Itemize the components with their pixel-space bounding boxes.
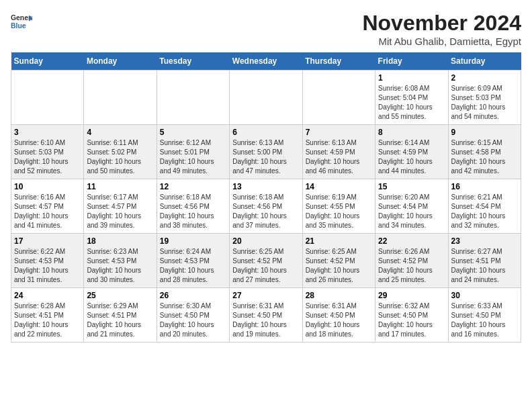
day-number: 7 [306, 128, 372, 137]
day-info: Sunrise: 6:21 AM Sunset: 4:54 PM Dayligh… [451, 193, 518, 230]
day-number: 9 [451, 128, 518, 137]
calendar-week-2: 3Sunrise: 6:10 AM Sunset: 5:03 PM Daylig… [11, 125, 521, 179]
calendar-cell: 19Sunrise: 6:24 AM Sunset: 4:53 PM Dayli… [157, 234, 229, 288]
day-number: 27 [232, 291, 299, 300]
day-number: 11 [87, 182, 153, 191]
calendar-cell [84, 71, 157, 125]
day-number: 25 [87, 291, 153, 300]
day-number: 14 [306, 182, 372, 191]
calendar-cell: 30Sunrise: 6:33 AM Sunset: 4:50 PM Dayli… [448, 288, 521, 342]
day-info: Sunrise: 6:19 AM Sunset: 4:55 PM Dayligh… [306, 193, 372, 230]
day-info: Sunrise: 6:13 AM Sunset: 4:59 PM Dayligh… [306, 138, 372, 176]
day-number: 16 [451, 182, 518, 191]
calendar-cell: 25Sunrise: 6:29 AM Sunset: 4:51 PM Dayli… [84, 288, 157, 342]
day-info: Sunrise: 6:23 AM Sunset: 4:53 PM Dayligh… [87, 247, 153, 285]
day-info: Sunrise: 6:31 AM Sunset: 4:50 PM Dayligh… [306, 302, 372, 339]
calendar-week-3: 10Sunrise: 6:16 AM Sunset: 4:57 PM Dayli… [11, 179, 521, 234]
calendar-cell: 28Sunrise: 6:31 AM Sunset: 4:50 PM Dayli… [302, 288, 375, 342]
day-number: 26 [160, 291, 226, 300]
weekday-header-row: SundayMondayTuesdayWednesdayThursdayFrid… [11, 52, 521, 71]
day-number: 15 [378, 182, 445, 191]
weekday-tuesday: Tuesday [157, 52, 229, 71]
weekday-sunday: Sunday [11, 52, 84, 71]
calendar-body: 1Sunrise: 6:08 AM Sunset: 5:04 PM Daylig… [11, 71, 521, 342]
day-number: 12 [160, 182, 226, 191]
day-info: Sunrise: 6:18 AM Sunset: 4:56 PM Dayligh… [160, 193, 226, 230]
calendar-cell: 5Sunrise: 6:12 AM Sunset: 5:01 PM Daylig… [157, 125, 229, 179]
day-info: Sunrise: 6:10 AM Sunset: 5:03 PM Dayligh… [14, 138, 81, 176]
location-subtitle: Mit Abu Ghalib, Damietta, Egypt [362, 36, 521, 47]
day-number: 29 [378, 291, 445, 300]
calendar-cell: 9Sunrise: 6:15 AM Sunset: 4:58 PM Daylig… [448, 125, 521, 179]
calendar-cell: 8Sunrise: 6:14 AM Sunset: 4:59 PM Daylig… [375, 125, 448, 179]
calendar-cell: 24Sunrise: 6:28 AM Sunset: 4:51 PM Dayli… [11, 288, 84, 342]
day-number: 22 [378, 236, 445, 246]
day-number: 19 [160, 236, 226, 246]
calendar-cell: 27Sunrise: 6:31 AM Sunset: 4:50 PM Dayli… [230, 288, 302, 342]
logo-icon: General Blue [11, 11, 32, 32]
month-year-title: November 2024 [362, 11, 521, 36]
day-info: Sunrise: 6:29 AM Sunset: 4:51 PM Dayligh… [87, 302, 153, 339]
calendar-cell: 2Sunrise: 6:09 AM Sunset: 5:03 PM Daylig… [448, 71, 521, 125]
calendar-cell [302, 71, 375, 125]
calendar-week-5: 24Sunrise: 6:28 AM Sunset: 4:51 PM Dayli… [11, 288, 521, 342]
day-info: Sunrise: 6:27 AM Sunset: 4:51 PM Dayligh… [451, 247, 518, 285]
calendar-cell: 11Sunrise: 6:17 AM Sunset: 4:57 PM Dayli… [84, 179, 157, 234]
day-number: 23 [451, 236, 518, 246]
calendar-cell: 7Sunrise: 6:13 AM Sunset: 4:59 PM Daylig… [302, 125, 375, 179]
day-number: 30 [451, 291, 518, 300]
weekday-friday: Friday [375, 52, 448, 71]
weekday-monday: Monday [84, 52, 157, 71]
day-number: 5 [160, 128, 226, 137]
calendar-cell: 6Sunrise: 6:13 AM Sunset: 5:00 PM Daylig… [230, 125, 302, 179]
calendar-cell: 1Sunrise: 6:08 AM Sunset: 5:04 PM Daylig… [375, 71, 448, 125]
day-info: Sunrise: 6:26 AM Sunset: 4:52 PM Dayligh… [378, 247, 445, 285]
title-block: November 2024 Mit Abu Ghalib, Damietta, … [362, 11, 521, 47]
calendar-cell: 22Sunrise: 6:26 AM Sunset: 4:52 PM Dayli… [375, 234, 448, 288]
day-info: Sunrise: 6:33 AM Sunset: 4:50 PM Dayligh… [451, 302, 518, 339]
day-number: 20 [232, 236, 299, 246]
calendar-cell: 26Sunrise: 6:30 AM Sunset: 4:50 PM Dayli… [157, 288, 229, 342]
calendar-table: SundayMondayTuesdayWednesdayThursdayFrid… [11, 52, 521, 342]
calendar-cell [157, 71, 229, 125]
day-info: Sunrise: 6:09 AM Sunset: 5:03 PM Dayligh… [451, 84, 518, 122]
day-number: 3 [14, 128, 81, 137]
day-info: Sunrise: 6:24 AM Sunset: 4:53 PM Dayligh… [160, 247, 226, 285]
svg-text:Blue: Blue [11, 22, 26, 30]
logo: General Blue [11, 11, 32, 32]
calendar-cell [230, 71, 302, 125]
calendar-cell: 29Sunrise: 6:32 AM Sunset: 4:50 PM Dayli… [375, 288, 448, 342]
calendar-cell: 10Sunrise: 6:16 AM Sunset: 4:57 PM Dayli… [11, 179, 84, 234]
day-info: Sunrise: 6:17 AM Sunset: 4:57 PM Dayligh… [87, 193, 153, 230]
calendar-cell: 20Sunrise: 6:25 AM Sunset: 4:52 PM Dayli… [230, 234, 302, 288]
calendar-cell: 16Sunrise: 6:21 AM Sunset: 4:54 PM Dayli… [448, 179, 521, 234]
day-info: Sunrise: 6:30 AM Sunset: 4:50 PM Dayligh… [160, 302, 226, 339]
day-number: 13 [232, 182, 299, 191]
day-info: Sunrise: 6:22 AM Sunset: 4:53 PM Dayligh… [14, 247, 81, 285]
calendar-cell: 4Sunrise: 6:11 AM Sunset: 5:02 PM Daylig… [84, 125, 157, 179]
weekday-saturday: Saturday [448, 52, 521, 71]
day-number: 8 [378, 128, 445, 137]
calendar-cell: 23Sunrise: 6:27 AM Sunset: 4:51 PM Dayli… [448, 234, 521, 288]
day-number: 1 [378, 73, 445, 83]
calendar-cell: 15Sunrise: 6:20 AM Sunset: 4:54 PM Dayli… [375, 179, 448, 234]
day-number: 4 [87, 128, 153, 137]
calendar-cell: 13Sunrise: 6:18 AM Sunset: 4:56 PM Dayli… [230, 179, 302, 234]
page-header: General Blue November 2024 Mit Abu Ghali… [11, 11, 521, 47]
day-info: Sunrise: 6:14 AM Sunset: 4:59 PM Dayligh… [378, 138, 445, 176]
day-number: 6 [232, 128, 299, 137]
day-info: Sunrise: 6:11 AM Sunset: 5:02 PM Dayligh… [87, 138, 153, 176]
calendar-cell: 21Sunrise: 6:25 AM Sunset: 4:52 PM Dayli… [302, 234, 375, 288]
day-info: Sunrise: 6:16 AM Sunset: 4:57 PM Dayligh… [14, 193, 81, 230]
day-number: 18 [87, 236, 153, 246]
day-info: Sunrise: 6:25 AM Sunset: 4:52 PM Dayligh… [306, 247, 372, 285]
day-info: Sunrise: 6:20 AM Sunset: 4:54 PM Dayligh… [378, 193, 445, 230]
calendar-cell: 3Sunrise: 6:10 AM Sunset: 5:03 PM Daylig… [11, 125, 84, 179]
day-info: Sunrise: 6:13 AM Sunset: 5:00 PM Dayligh… [232, 138, 299, 176]
day-number: 24 [14, 291, 81, 300]
day-info: Sunrise: 6:15 AM Sunset: 4:58 PM Dayligh… [451, 138, 518, 176]
day-info: Sunrise: 6:08 AM Sunset: 5:04 PM Dayligh… [378, 84, 445, 122]
day-number: 21 [306, 236, 372, 246]
day-number: 17 [14, 236, 81, 246]
day-number: 2 [451, 73, 518, 83]
